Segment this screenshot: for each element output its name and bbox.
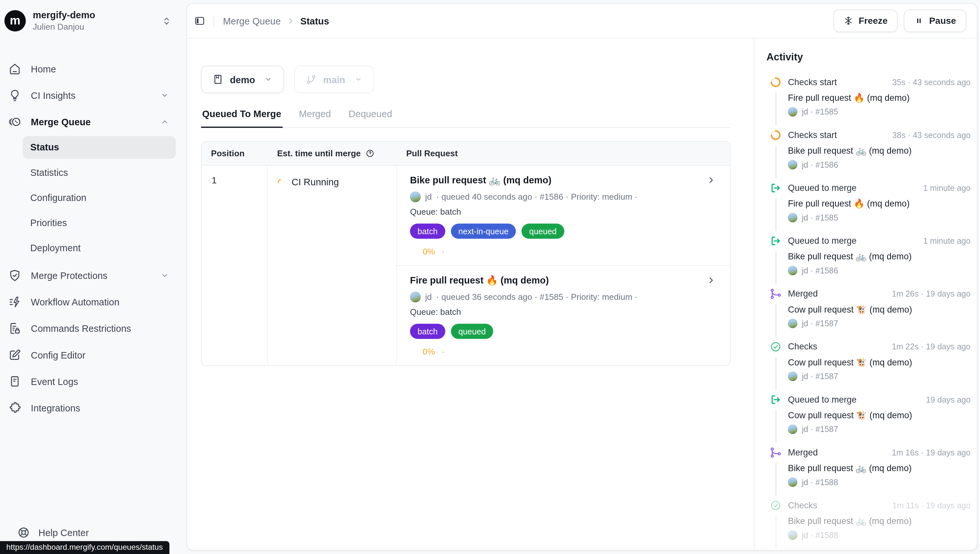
activity-pr-title[interactable]: Cow pull request 🐮 (mq demo) <box>788 304 970 314</box>
activity-pr-title[interactable]: Cow pull request 🐮 (mq demo) <box>788 410 970 420</box>
breadcrumb-section[interactable]: Merge Queue <box>223 15 280 26</box>
pr-progress: 0% · <box>422 247 718 256</box>
activity-item[interactable]: Merged 1m 26s · 19 days ago Cow pull req… <box>767 288 971 328</box>
activity-timestamp: 1 minute ago <box>918 236 970 246</box>
freeze-button[interactable]: Freeze <box>834 10 898 32</box>
activity-item[interactable]: Merged 1m 16s · 19 days ago Bike pull re… <box>767 447 971 487</box>
sidebar-subitem-label: Status <box>30 142 59 153</box>
activity-item[interactable]: Queued to merge 19 days ago Cow pull req… <box>767 395 971 434</box>
activity-author: jd · #1586 <box>802 266 838 275</box>
pause-icon <box>914 16 924 26</box>
label-badge-text: next-in-queue <box>458 226 508 236</box>
org-owner: Julien Danjou <box>33 22 95 33</box>
sidebar-subitem[interactable]: Priorities <box>23 212 176 234</box>
sidebar-item-row[interactable]: Integrations <box>8 395 175 420</box>
org-switch-icon[interactable] <box>161 16 172 26</box>
sidebar-item-row[interactable]: CI Insights <box>8 83 175 108</box>
activity-item[interactable]: Checks 1m 22s · 19 days ago Cow pull req… <box>767 341 971 381</box>
pull-request-cell: Bike pull request 🚲 (mq demo) jd · queue… <box>397 166 730 365</box>
activity-row: Queued to merge 19 days ago <box>788 395 970 404</box>
tab[interactable]: Merged <box>298 108 332 127</box>
pr-title[interactable]: Fire pull request 🔥 (mq demo) <box>410 275 549 286</box>
activity-event-icon <box>770 288 782 300</box>
sidebar-item-row[interactable]: Commands Restrictions <box>8 316 175 341</box>
activity-author: jd · #1587 <box>802 372 838 381</box>
sidebar-toggle-icon[interactable] <box>194 15 205 26</box>
label-badge-text: queued <box>529 226 557 236</box>
pull-request-card[interactable]: Fire pull request 🔥 (mq demo) jd · queue… <box>397 265 730 365</box>
sidebar-subitem-label: Statistics <box>30 167 68 178</box>
sidebar-subitem[interactable]: Deployment <box>23 237 176 259</box>
pr-progress: 0% · <box>422 347 718 357</box>
activity-pr-title[interactable]: Fire pull request 🔥 (mq demo) <box>788 198 970 209</box>
chevron-icon <box>160 324 169 333</box>
sidebar-item-row[interactable]: Merge Queue <box>8 109 175 134</box>
repository-select[interactable]: demo <box>201 65 284 93</box>
breadcrumb-chevron-icon <box>286 17 294 25</box>
chevron-right-icon[interactable] <box>706 176 716 185</box>
sidebar-nav: Home CI Insights <box>0 41 186 420</box>
activity-title: Activity <box>767 51 971 63</box>
freeze-label: Freeze <box>859 16 888 26</box>
sidebar-subitem[interactable]: Configuration <box>23 186 176 209</box>
activity-item[interactable]: Queued to merge 1 minute ago Bike pull r… <box>767 236 971 275</box>
tab[interactable]: Queued To Merge <box>201 108 283 127</box>
pr-title-row: Bike pull request 🚲 (mq demo) <box>410 175 719 186</box>
mergify-logo: m <box>5 10 26 32</box>
tab-label: Dequeued <box>348 108 392 119</box>
sidebar-subitem[interactable]: Statistics <box>23 161 176 184</box>
sidebar-item: Merge Queue Status Statistics Configurat… <box>8 109 175 259</box>
activity-item[interactable]: Checks 1m 11s · 19 days ago Bike pull re… <box>767 500 971 540</box>
pull-request-card[interactable]: Bike pull request 🚲 (mq demo) jd · queue… <box>397 166 730 265</box>
activity-event-icon <box>770 341 782 353</box>
help-center-link[interactable]: Help Center <box>17 525 89 539</box>
pr-progress-value: 0% <box>422 347 435 357</box>
branch-value: main <box>323 74 345 85</box>
help-circle-icon[interactable] <box>365 149 374 158</box>
branch-select[interactable]: main <box>294 65 374 93</box>
activity-pr-title[interactable]: Bike pull request 🚲 (mq demo) <box>788 516 970 526</box>
activity-row: Checks 1m 11s · 19 days ago <box>788 500 970 510</box>
label-badge: queued <box>522 223 564 239</box>
sidebar-item-icon <box>8 322 22 335</box>
pr-title-row: Fire pull request 🔥 (mq demo) <box>410 275 719 286</box>
chevron-icon <box>160 297 169 307</box>
activity-item[interactable]: Checks start 38s · 43 seconds ago Bike p… <box>767 130 971 170</box>
sidebar-item-row[interactable]: Merge Protections <box>8 263 175 288</box>
activity-row: Queued to merge 1 minute ago <box>788 236 970 246</box>
sidebar-subitem-label: Deployment <box>30 243 81 253</box>
tab-label: Queued To Merge <box>202 108 281 119</box>
sidebar-subitem[interactable]: Status <box>23 136 176 159</box>
activity-pr-title[interactable]: Bike pull request 🚲 (mq demo) <box>788 145 970 156</box>
ci-status-label: CI Running <box>292 177 339 187</box>
chevron-right-icon[interactable] <box>706 276 716 285</box>
activity-event-icon <box>770 447 782 459</box>
activity-pr-title[interactable]: Fire pull request 🔥 (mq demo) <box>788 93 970 103</box>
branch-icon <box>305 74 317 85</box>
activity-event-icon <box>770 235 782 247</box>
activity-author-row: jd · #1585 <box>788 107 970 116</box>
sidebar-item-row[interactable]: Event Logs <box>8 369 175 394</box>
activity-item[interactable]: Checks start 35s · 43 seconds ago Fire p… <box>767 77 971 117</box>
activity-pr-title[interactable]: Bike pull request 🚲 (mq demo) <box>788 251 970 261</box>
chevron-icon <box>160 117 169 127</box>
pr-title[interactable]: Bike pull request 🚲 (mq demo) <box>410 175 552 186</box>
tab[interactable]: Dequeued <box>347 108 393 127</box>
avatar <box>788 477 797 487</box>
tab-label: Merged <box>299 108 331 119</box>
activity-item[interactable]: Queued to merge 1 minute ago Fire pull r… <box>767 183 971 223</box>
sidebar-item-icon <box>8 349 22 362</box>
sidebar-item-row[interactable]: Workflow Automation <box>8 290 175 315</box>
pr-badges: batch queued <box>410 324 719 339</box>
pause-button[interactable]: Pause <box>904 10 966 32</box>
activity-pr-title[interactable]: Bike pull request 🚲 (mq demo) <box>788 463 970 473</box>
sidebar-item-row[interactable]: Config Editor <box>8 342 175 368</box>
sidebar-item-label: Merge Queue <box>31 116 91 127</box>
org-switcher[interactable]: m mergify-demo Julien Danjou <box>0 0 186 41</box>
sidebar-item: CI Insights <box>8 83 175 108</box>
pr-queue-label: Queue: batch <box>410 207 719 217</box>
activity-pr-title[interactable]: Cow pull request 🐮 (mq demo) <box>788 357 970 368</box>
sidebar-item-label: Config Editor <box>31 350 86 361</box>
chevron-icon <box>160 64 169 74</box>
sidebar-item-row[interactable]: Home <box>8 56 175 81</box>
